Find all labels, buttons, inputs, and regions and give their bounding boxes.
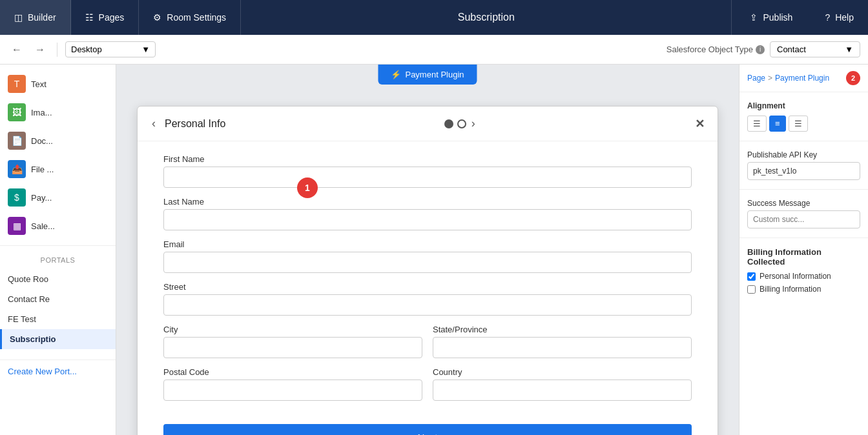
payment-plugin-tab-label: Payment Plugin xyxy=(405,70,464,79)
help-label: Help xyxy=(835,12,854,23)
alignment-label: Alignment xyxy=(747,101,860,110)
breadcrumb-current[interactable]: Payment Plugin xyxy=(775,74,829,83)
step-dot-2 xyxy=(457,119,466,128)
personal-info-checkbox[interactable] xyxy=(747,272,756,281)
device-selector[interactable]: Desktop ▼ xyxy=(65,41,156,57)
align-left-button[interactable]: ☰ xyxy=(747,116,767,132)
personal-info-label: Personal Information xyxy=(760,272,831,281)
modal-nav: ‹ Personal Info xyxy=(150,116,225,132)
first-name-group: First Name xyxy=(163,154,692,188)
help-button[interactable]: ? Help xyxy=(811,0,868,35)
street-group: Street xyxy=(163,282,692,316)
sidebar-plugin-item[interactable]: 📄 Doc... xyxy=(0,126,116,155)
lightning-icon: ⚡ xyxy=(391,70,401,79)
sidebar-plugin-item[interactable]: T Text xyxy=(0,70,116,98)
align-right-button[interactable]: ☰ xyxy=(789,116,808,132)
publish-icon: ⇪ xyxy=(750,12,758,23)
city-state-row: City State/Province xyxy=(163,325,692,367)
city-input[interactable] xyxy=(163,337,422,358)
sf-chevron-down-icon: ▼ xyxy=(845,45,853,54)
builder-label: Builder xyxy=(28,12,56,23)
next-button[interactable]: Next xyxy=(163,424,692,435)
plugin-label: Sale... xyxy=(31,221,55,231)
plugin-icon: ▦ xyxy=(8,217,26,235)
postal-group: Postal Code xyxy=(163,367,422,401)
modal-close-button[interactable]: ✕ xyxy=(695,117,705,131)
city-label: City xyxy=(163,325,422,334)
portals-section: PORTALS Quote Roo Contact Re FE Test Sub… xyxy=(0,245,116,357)
breadcrumb-area: Page > Payment Plugin 2 xyxy=(739,65,868,92)
plugin-icon: T xyxy=(8,75,26,93)
step-dot-1 xyxy=(444,119,453,128)
last-name-group: Last Name xyxy=(163,197,692,230)
email-input[interactable] xyxy=(163,252,692,273)
publish-button[interactable]: ⇪ Publish xyxy=(731,0,811,35)
first-name-input[interactable] xyxy=(163,167,692,188)
plugin-label: File ... xyxy=(31,165,54,174)
sidebar-plugin-item[interactable]: 📤 File ... xyxy=(0,155,116,183)
billing-info-label: Billing Information xyxy=(760,285,821,294)
country-input[interactable] xyxy=(433,379,692,401)
billing-info-checkbox[interactable] xyxy=(747,285,756,294)
sidebar-plugin-item[interactable]: $ Pay... xyxy=(0,183,116,212)
pages-nav-item[interactable]: ☷ Pages xyxy=(71,0,140,35)
redo-button[interactable]: → xyxy=(31,41,49,58)
state-group: State/Province xyxy=(433,325,692,358)
payment-plugin-tab[interactable]: ⚡ Payment Plugin xyxy=(378,65,477,85)
plugin-icon: 📤 xyxy=(8,160,26,178)
postal-country-row: Postal Code Country xyxy=(163,367,692,410)
top-nav: ◫ Builder ☷ Pages ⚙ Room Settings Subscr… xyxy=(0,0,868,35)
canvas-inner: ‹ Personal Info › ✕ xyxy=(137,77,718,422)
pages-label: Pages xyxy=(99,12,125,23)
create-portal-link[interactable]: Create New Port... xyxy=(0,359,116,383)
country-group: Country xyxy=(433,367,692,401)
plugin-label: Text xyxy=(31,79,46,89)
sf-object-type-label: Salesforce Object Type i xyxy=(666,45,765,54)
canvas-scroll: ‹ Personal Info › ✕ xyxy=(116,65,739,435)
state-label: State/Province xyxy=(433,325,692,334)
success-message-input[interactable] xyxy=(747,210,860,228)
api-key-label: Publishable API Key xyxy=(747,150,860,159)
pages-icon: ☷ xyxy=(85,12,94,23)
country-label: Country xyxy=(433,367,692,377)
modal-next-nav-button[interactable]: › xyxy=(470,116,477,132)
sf-object-selector[interactable]: Contact ▼ xyxy=(770,41,860,57)
main-layout: T Text 🖼 Ima... 📄 Doc... 📤 File ... $ Pa… xyxy=(0,65,868,435)
page-title: Subscription xyxy=(241,12,731,23)
state-input[interactable] xyxy=(433,337,692,358)
portal-item-quote-room[interactable]: Quote Roo xyxy=(0,269,116,289)
plugin-icon: 📄 xyxy=(8,132,26,150)
info-icon: i xyxy=(756,45,765,54)
canvas-area: ⚡ Payment Plugin 1 ‹ Personal Info xyxy=(116,65,739,435)
breadcrumb-separator: > xyxy=(768,74,772,83)
api-key-section: Publishable API Key xyxy=(739,141,868,190)
email-group: Email xyxy=(163,239,692,273)
builder-icon: ◫ xyxy=(14,12,23,23)
billing-info-row: Billing Information xyxy=(747,285,860,294)
builder-nav-item[interactable]: ◫ Builder xyxy=(0,0,71,35)
postal-input[interactable] xyxy=(163,379,422,401)
last-name-input[interactable] xyxy=(163,209,692,230)
modal-steps: › xyxy=(444,116,477,132)
room-settings-nav-item[interactable]: ⚙ Room Settings xyxy=(139,0,241,35)
sidebar-plugin-item[interactable]: ▦ Sale... xyxy=(0,212,116,240)
plugin-label: Pay... xyxy=(31,193,52,203)
portal-item-fe-test[interactable]: FE Test xyxy=(0,309,116,329)
modal-footer: Next xyxy=(138,416,718,435)
sidebar-plugin-item[interactable]: 🖼 Ima... xyxy=(0,98,116,126)
postal-label: Postal Code xyxy=(163,367,422,377)
breadcrumb: Page > Payment Plugin xyxy=(747,74,829,83)
modal-prev-button[interactable]: ‹ xyxy=(150,116,157,132)
street-input[interactable] xyxy=(163,294,692,316)
api-key-input[interactable] xyxy=(747,162,860,180)
undo-button[interactable]: ← xyxy=(8,41,26,58)
portal-item-subscription[interactable]: Subscriptio xyxy=(0,329,116,349)
gear-icon: ⚙ xyxy=(153,12,161,23)
billing-title: Billing Information Collected xyxy=(747,247,860,267)
room-settings-label: Room Settings xyxy=(167,12,226,23)
nav-right: ⇪ Publish ? Help xyxy=(731,0,868,35)
step-badge-2: 2 xyxy=(846,71,860,85)
align-center-button[interactable]: ≡ xyxy=(769,116,786,132)
portal-item-contact-re[interactable]: Contact Re xyxy=(0,289,116,309)
breadcrumb-page-link[interactable]: Page xyxy=(747,74,765,83)
